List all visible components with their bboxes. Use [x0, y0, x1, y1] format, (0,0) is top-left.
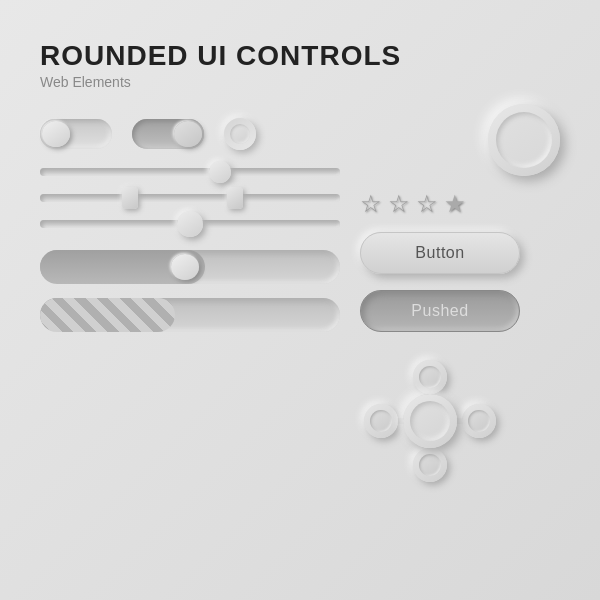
- satellite-top-inner: [419, 366, 441, 388]
- slider-large[interactable]: [40, 220, 340, 228]
- progress-bar-2: [40, 298, 340, 332]
- radio-inner: [230, 124, 250, 144]
- progress-bar-1[interactable]: [40, 250, 340, 284]
- slider-thumb-1[interactable]: [209, 161, 231, 183]
- star-4[interactable]: ★: [444, 192, 466, 216]
- progress-handle-1[interactable]: [171, 254, 199, 280]
- satellite-bottom-inner: [419, 454, 441, 476]
- joystick-center[interactable]: [403, 394, 457, 448]
- radio-button[interactable]: [224, 118, 256, 150]
- star-1[interactable]: ☆: [360, 192, 382, 216]
- pushed-button[interactable]: Pushed: [360, 290, 520, 332]
- satellite-right-inner: [468, 410, 490, 432]
- page: ROUNDED UI CONTROLS Web Elements: [0, 0, 600, 600]
- page-subtitle: Web Elements: [40, 74, 560, 90]
- page-title: ROUNDED UI CONTROLS: [40, 40, 560, 72]
- toggle-off-light[interactable]: [40, 119, 112, 149]
- toggle-knob-1: [42, 121, 70, 147]
- big-circle-button[interactable]: [488, 104, 560, 176]
- star-2[interactable]: ☆: [388, 192, 410, 216]
- big-circle-inner: [496, 112, 552, 168]
- header: ROUNDED UI CONTROLS Web Elements: [40, 40, 560, 90]
- slider-single[interactable]: [40, 168, 340, 176]
- joystick-center-inner: [410, 401, 450, 441]
- main-layout: ☆ ☆ ☆ ★ Button Pushed: [40, 114, 560, 560]
- pushed-button-label: Pushed: [411, 302, 468, 320]
- left-column: [40, 114, 340, 560]
- toggle-knob-2: [174, 121, 202, 147]
- slider-range[interactable]: [40, 194, 340, 202]
- normal-button-label: Button: [415, 244, 464, 262]
- progress-striped-fill: [40, 298, 175, 332]
- joystick-widget[interactable]: [360, 356, 500, 486]
- satellite-right[interactable]: [462, 404, 496, 438]
- satellite-top[interactable]: [413, 360, 447, 394]
- progress-fill-1: [40, 250, 205, 284]
- slider-thumb-3[interactable]: [177, 211, 203, 237]
- stars-rating[interactable]: ☆ ☆ ☆ ★: [360, 192, 466, 216]
- satellite-left[interactable]: [364, 404, 398, 438]
- right-column: ☆ ☆ ☆ ★ Button Pushed: [360, 114, 560, 560]
- slider-range-thumb-left[interactable]: [122, 187, 138, 209]
- slider-range-thumb-right[interactable]: [227, 187, 243, 209]
- toggles-row: [40, 118, 340, 150]
- progress-section: [40, 250, 340, 332]
- star-3[interactable]: ☆: [416, 192, 438, 216]
- normal-button[interactable]: Button: [360, 232, 520, 274]
- satellite-bottom[interactable]: [413, 448, 447, 482]
- satellite-left-inner: [370, 410, 392, 432]
- toggle-on-dark[interactable]: [132, 119, 204, 149]
